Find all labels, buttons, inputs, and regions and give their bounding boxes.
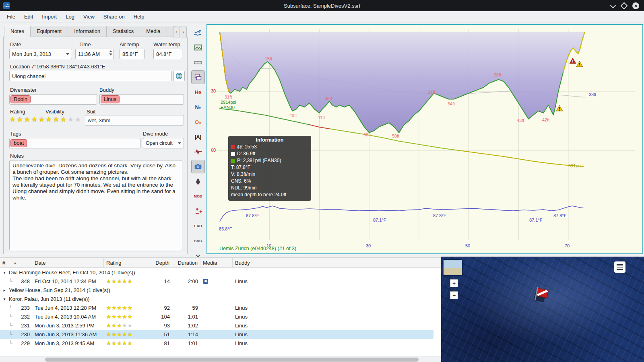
heart-rate-icon [194,147,202,156]
location-field[interactable] [9,71,172,81]
toolbar-gas-dye-button[interactable] [191,175,205,188]
divemaster-field[interactable]: Robin [9,94,97,105]
tab-information[interactable]: Information [68,26,106,37]
star-filled-icon: ★ [127,278,132,284]
toolbar-n2-button[interactable]: N₂ [191,100,205,114]
map-location-button[interactable] [173,71,185,81]
notes-tab-panel: Date Time Air temp. Water temp. Mon Jun … [3,37,188,254]
column-header-date[interactable]: Date [32,258,104,267]
collapse-trip-icon[interactable]: ▾ [2,297,7,301]
star-filled-icon[interactable]: ★ [53,115,60,123]
menu-share-on[interactable]: Share on [99,12,129,21]
tab-scroll-right-icon[interactable]: › [180,27,187,37]
menu-view[interactable]: View [79,12,99,21]
tags-field[interactable]: boat [9,138,140,148]
star-empty-icon[interactable]: ★ [67,115,74,123]
dive-row[interactable]: └233Tue Jun 4, 2013 12:28 PM★★★★★9259Lin… [0,303,433,312]
column-header-buddy[interactable]: Buddy [233,258,441,267]
menu-log[interactable]: Log [61,12,79,21]
maximize-icon[interactable] [621,3,627,8]
map-panel[interactable]: + − [441,257,644,362]
visibility-stars[interactable]: ★★★★★ [45,116,82,123]
expand-trip-icon[interactable]: ▸ [2,288,7,292]
toolbar-mod-button[interactable]: MOD [191,189,205,203]
toolbar-show-photos-button[interactable] [191,70,205,84]
map-menu-button[interactable] [614,261,625,273]
toolbar-ceiling-button[interactable] [191,204,205,218]
date-select[interactable]: Mon Jun 3, 2013 [9,49,72,59]
column-header-depth[interactable]: Depth [152,258,172,267]
suit-field[interactable] [85,115,184,125]
scrollbar-handle[interactable] [45,358,419,362]
menu-help[interactable]: Help [129,12,149,21]
map-inset-thumbnail[interactable] [444,260,462,275]
toolbar-o2-button[interactable]: O₂ [191,115,205,129]
column-header-num[interactable]: #▴ [0,258,32,267]
dive-row[interactable]: └231Mon Jun 3, 2013 2:59 PM★★★★★931:02Li… [0,321,433,330]
chart-annotation: 2914psi [221,100,236,105]
star-filled-icon[interactable]: ★ [60,115,67,123]
star-filled-icon: ★ [111,304,117,311]
tab-equipment[interactable]: Equipment [30,26,68,37]
toolbar-ead-button[interactable]: EAD [191,219,205,233]
column-header-duration[interactable]: Duration [172,258,200,267]
toolbar-heart-rate-button[interactable] [191,145,205,158]
dive-profile-chart[interactable]: !!! 15ft28ft31ft2914psiEAN3040ft41ft35ft… [206,24,643,254]
buddy-chip[interactable]: Linus [101,95,120,103]
dive-row[interactable]: └232Tue Jun 4, 2013 10:04 AM★★★★★1041:01… [0,312,433,321]
dive-row[interactable]: └229Mon Jun 3, 2013 9:45 AM★★★★★811:01Li… [0,339,433,348]
tree-branch-icon: └ [9,305,12,311]
air-temp-field[interactable] [120,49,144,59]
trip-row[interactable]: ▾Koror, Palau, Jun 2013 (11 dive(s)) [0,294,433,303]
star-filled-icon: ★ [106,322,111,329]
map-zoom-out-button[interactable]: − [450,291,458,299]
star-filled-icon: ★ [106,331,111,337]
trip-row[interactable]: ▸Yellow House, Sun Sep 21, 2014 (1 dive(… [0,286,433,294]
map-zoom-in-button[interactable]: + [450,279,458,287]
menu-edit[interactable]: Edit [20,12,37,21]
star-filled-icon[interactable]: ★ [9,115,17,123]
tab-media[interactable]: Media [140,26,166,37]
minimize-icon[interactable] [611,4,616,8]
star-filled-icon[interactable]: ★ [45,115,53,123]
titlebar[interactable]: Subsurface: SampleDivesV2.ssrf × [0,0,644,11]
rating-stars[interactable]: ★★★★★ [9,116,46,123]
divemaster-chip[interactable]: Robin [10,95,31,103]
star-filled-icon[interactable]: ★ [31,115,38,123]
menu-file[interactable]: File [2,12,20,21]
horizontal-scrollbar[interactable] [0,356,441,362]
tab-statistics[interactable]: Statistics [106,26,140,37]
notes-textarea[interactable]: Unbelievable dive. Dozens and dozens of … [9,160,182,250]
star-empty-icon[interactable]: ★ [75,115,82,123]
toolbar-he-button[interactable]: He [191,85,205,99]
toolbar-swimmer-button[interactable] [191,26,205,39]
star-filled-icon[interactable]: ★ [39,115,46,123]
column-header-media[interactable]: Media [200,258,233,267]
dive-flag-marker[interactable] [532,286,556,310]
time-spin-icons[interactable] [109,50,112,56]
toolbar-tissues-button[interactable]: |A| [191,130,205,144]
dive-row[interactable]: └230Mon Jun 3, 2013 11:36 AM★★★★★511:14L… [0,330,433,339]
trip-row[interactable]: ▾Divi Flamingo House Reef, Fri Oct 10, 2… [0,268,433,277]
collapse-trip-icon[interactable]: ▾ [2,270,7,275]
column-header-rating[interactable]: Rating [104,258,152,267]
tags-label: Tags [10,131,21,137]
media-video-icon[interactable] [203,279,208,284]
menu-import[interactable]: Import [37,12,61,21]
star-filled-icon[interactable]: ★ [17,115,24,123]
buddy-field[interactable]: Linus [99,94,184,105]
dive-row[interactable]: └348Fri Oct 10, 2014 12:34 PM★★★★★142:00… [0,277,433,286]
star-filled-icon[interactable]: ★ [24,115,31,123]
close-icon[interactable]: × [632,2,639,9]
tab-notes[interactable]: Notes [4,26,30,37]
time-stepper[interactable]: 11:36 AM [75,49,114,59]
tab-scroll-left-icon[interactable]: ‹ [173,27,180,37]
toolbar-photo-button[interactable] [191,160,205,173]
toolbar-sac-button[interactable]: SAC [191,234,205,248]
toolbar-picture-frame-button[interactable] [191,41,205,54]
dive-mode-select[interactable]: Open circuit [143,138,184,148]
dive-date: Tue Jun 4, 2013 10:04 AM [32,312,104,321]
toolbar-ruler-button[interactable] [191,56,205,69]
tag-chip[interactable]: boat [10,139,27,147]
water-temp-field[interactable] [153,49,182,59]
